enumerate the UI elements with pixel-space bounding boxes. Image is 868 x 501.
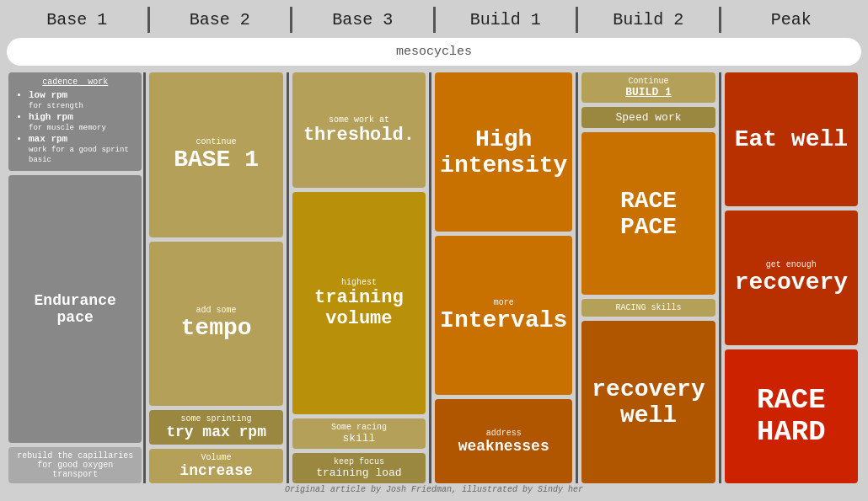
- build2-racingskills-box: RACING skills: [581, 299, 715, 317]
- build2-racepace-label: RACE PACE: [587, 188, 710, 240]
- build1-weaknesses-label1: address: [486, 429, 522, 438]
- build1-more-label: more: [494, 298, 514, 307]
- base1-endurance-box: Endurancepace: [8, 175, 142, 443]
- column-build2: Continue BUILD 1 Speed work RACE PACE RA…: [578, 72, 721, 483]
- base2-volume-label2: increase: [179, 462, 252, 479]
- peak-recovery-label1: get enough: [766, 260, 817, 269]
- build2-racingskills-label: RACING skills: [615, 303, 681, 312]
- base3-racing-skill-box: Some racing skill: [292, 418, 426, 449]
- col-header-base2: Base 2: [150, 7, 293, 33]
- base2-tempo-label: tempo: [181, 315, 252, 341]
- base1-cadence-label: cadence work: [42, 77, 108, 87]
- base3-volume-label2: training volume: [297, 287, 421, 329]
- mesocycle-bar: mesocycles: [7, 38, 861, 66]
- column-base1: cadence work low rpmfor strength high rp…: [7, 72, 146, 483]
- base3-focus-label1: keep focus: [334, 457, 384, 466]
- base2-sprint-box: some sprinting try max rpm: [149, 410, 282, 445]
- app-container: Base 1 Base 2 Base 3 Build 1 Build 2 Pea…: [0, 0, 868, 501]
- base2-maxrpm-label: try max rpm: [166, 424, 266, 440]
- column-base3: some work at threshold. highest training…: [289, 72, 431, 483]
- build2-recovery-label: recovery well: [587, 376, 710, 429]
- col-header-peak: Peak: [721, 7, 862, 33]
- build1-weaknesses-label2: weaknesses: [458, 438, 549, 455]
- base3-threshold-box: some work at threshold.: [292, 72, 426, 188]
- column-base2: continue BASE 1 add some tempo some spri…: [146, 72, 288, 483]
- peak-racehard-box: RACE HARD: [725, 349, 858, 483]
- build1-highintensity-label: High intensity: [440, 126, 567, 179]
- base2-base1-label: BASE 1: [174, 147, 259, 173]
- base1-endurance-text: Endurancepace: [35, 292, 116, 326]
- build2-continue-label2: BUILD 1: [625, 86, 672, 99]
- base1-bullets: low rpmfor strength high rpmfor muscle m…: [15, 90, 135, 166]
- base2-volume-label1: Volume: [201, 453, 232, 462]
- base3-skill-label1: Some racing: [331, 423, 387, 432]
- build2-speedwork-box: Speed work: [581, 107, 715, 128]
- base2-continue-label: continue: [196, 137, 237, 147]
- peak-eatwell-box: Eat well: [725, 72, 858, 206]
- content-row: cadence work low rpmfor strength high rp…: [7, 72, 861, 483]
- base1-rebuild-text: rebuild the capillaries for good oxygen …: [13, 451, 137, 479]
- footer-text: Original article by Josh Friedman, illus…: [7, 485, 861, 494]
- base2-tempo-box: add some tempo: [149, 242, 282, 407]
- peak-recovery-box: get enough recovery: [725, 211, 858, 344]
- build1-weaknesses-box: address weaknesses: [435, 399, 572, 483]
- build2-recovery-box: recovery well: [581, 321, 715, 483]
- base2-continue-box: continue BASE 1: [149, 72, 282, 237]
- base3-focus-box: keep focus training load: [292, 453, 426, 483]
- col-header-base3: Base 3: [292, 7, 436, 33]
- col-header-base1: Base 1: [7, 7, 150, 33]
- build2-racepace-box: RACE PACE: [581, 132, 715, 295]
- column-peak: Eat well get enough recovery RACE HARD: [721, 72, 861, 483]
- build2-continue-label1: Continue: [628, 77, 668, 86]
- column-build1: High intensity more Intervals address we…: [431, 72, 578, 483]
- base3-volume-label1: highest: [341, 278, 377, 287]
- peak-racehard-label: RACE HARD: [730, 384, 853, 448]
- base3-threshold-label1: some work at: [329, 115, 389, 125]
- base1-cadence-box: cadence work low rpmfor strength high rp…: [8, 72, 142, 171]
- build1-intervals-label: Intervals: [440, 307, 567, 333]
- col-header-build1: Build 1: [436, 7, 579, 33]
- build2-speedwork-label: Speed work: [615, 111, 681, 124]
- build1-intervals-box: more Intervals: [435, 236, 572, 395]
- base2-volume-box: Volume increase: [149, 449, 282, 483]
- header-row: Base 1 Base 2 Base 3 Build 1 Build 2 Pea…: [7, 7, 861, 33]
- base1-rebuild-box: rebuild the capillaries for good oxygen …: [8, 447, 142, 483]
- base2-addsome-label: add some: [196, 306, 237, 315]
- peak-eatwell-label: Eat well: [735, 126, 848, 152]
- base2-sprinting-label: some sprinting: [181, 414, 252, 424]
- col-header-build2: Build 2: [578, 7, 721, 33]
- base3-threshold-label2: threshold.: [303, 125, 415, 146]
- base3-volume-box: highest training volume: [292, 192, 426, 414]
- base3-skill-label2: skill: [342, 432, 375, 445]
- build2-continue-box: Continue BUILD 1: [581, 72, 715, 103]
- peak-recovery-label2: recovery: [735, 269, 848, 296]
- build1-highintensity-box: High intensity: [435, 72, 572, 232]
- base3-focus-label2: training load: [316, 466, 401, 479]
